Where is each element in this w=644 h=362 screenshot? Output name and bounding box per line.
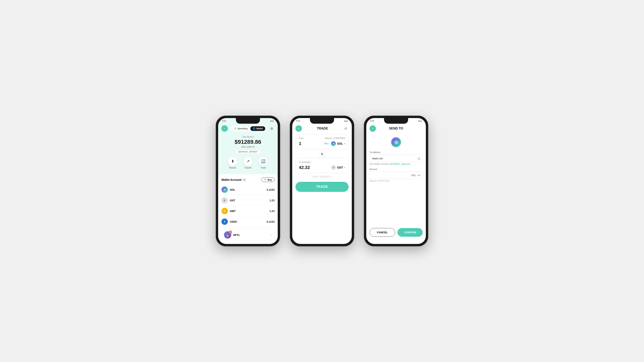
sol-token-icon: ◎ xyxy=(222,186,228,193)
resolve-text: This handle resolves to BiT4HsFs...p6uzy… xyxy=(370,163,422,165)
resolve-address: BiT4HsFs...p6uzyzar xyxy=(391,163,410,165)
time-3: 9:41 xyxy=(370,120,374,122)
gst-token-name: GST xyxy=(230,199,268,202)
screenshots-container: 9:41 ●●● ‹ 🏃 Spending 🌐 Wallet ⚙ xyxy=(208,108,436,254)
phone-wallet: 9:41 ●●● ‹ 🏃 Spending 🌐 Wallet ⚙ xyxy=(216,116,280,246)
to-token-selector[interactable]: G GST ▾ xyxy=(331,165,345,170)
sendto-body: ◎ To Address ⊡ This handle resolves to B… xyxy=(366,134,426,184)
sol-logo: ◎ xyxy=(390,137,402,148)
time-1: 9:41 xyxy=(222,120,226,122)
balance-section: Total balance $91289.86 SOL:1234.13 5pFo… xyxy=(218,134,278,174)
action-buttons: ⬇ Receive ↗ Transfer 🔄 Trade xyxy=(222,157,274,169)
receive-button[interactable]: ⬇ Receive xyxy=(228,157,237,169)
phone-wallet-screen: 9:41 ●●● ‹ 🏃 Spending 🌐 Wallet ⚙ xyxy=(218,118,278,244)
signal-1: ●●● xyxy=(270,120,274,122)
all-button[interactable]: All xyxy=(418,174,420,177)
sol-token-balance: 3.1234 xyxy=(266,188,274,191)
trade-body: From Balance: 2.000970000 1 MAX ◎ SOL ▾ xyxy=(292,134,352,178)
wallet-account-header: Wallet Account ? 💎 Buy xyxy=(222,177,274,182)
to-card-row: 42.32 G GST ▾ xyxy=(299,165,345,170)
swap-icon-container: ⇅ xyxy=(296,151,348,157)
usdc-token-name: USDC xyxy=(230,220,264,223)
token-row-gst[interactable]: G GST 1.23 xyxy=(222,195,274,206)
trade-header: ‹ TRADE ↺ xyxy=(292,124,352,134)
from-card-row: 1 MAX ◎ SOL ▾ xyxy=(299,141,345,146)
tab-group: 🏃 Spending 🌐 Wallet xyxy=(231,126,266,131)
phone-sendto: 9:41 ●●● ‹ SEND TO ◎ To Address ⊡ xyxy=(364,116,428,246)
trade-icon: 🔄 xyxy=(258,157,268,166)
from-token-selector[interactable]: MAX ◎ SOL ▾ xyxy=(324,141,345,146)
to-address-input-wrapper: ⊡ xyxy=(370,155,422,162)
nft-row[interactable]: 🏅 2 NFTs › xyxy=(222,229,274,241)
nft-chevron-icon: › xyxy=(271,233,272,237)
nft-count: 2 xyxy=(229,231,232,234)
spending-icon: 🏃 xyxy=(234,127,237,130)
scan-qr-icon[interactable]: ⊡ xyxy=(418,156,420,160)
settings-icon[interactable]: ⚙ xyxy=(269,126,274,131)
phone-trade: 9:41 ●●● ‹ TRADE ↺ From Balance: 2.00097… xyxy=(290,116,354,246)
phone-sendto-screen: 9:41 ●●● ‹ SEND TO ◎ To Address ⊡ xyxy=(366,118,426,244)
wallet-account-title: Wallet Account ? xyxy=(222,178,246,181)
token-list: ◎ SOL 3.1234 G GST 1.23 G GMT 1.23 xyxy=(222,184,274,227)
trade-button[interactable]: 🔄 Trade xyxy=(258,157,268,169)
buy-button[interactable]: 💎 Buy xyxy=(262,177,274,182)
notch-2 xyxy=(310,118,334,124)
to-gst-icon: G xyxy=(331,165,336,170)
to-token-name: GST xyxy=(337,166,343,169)
from-card-label: From Balance: 2.000970000 xyxy=(299,137,345,139)
sol-balance: SOL:1234.13 xyxy=(222,146,274,148)
amount-suffix: SOL All xyxy=(411,174,420,177)
gmt-token-balance: 1.23 xyxy=(270,210,274,213)
gmt-token-icon: G xyxy=(222,208,228,214)
token-row-usdc[interactable]: $ USDC 5.1234 xyxy=(222,216,274,227)
rate-info: 1 SOL = 42.32 GST ≈ xyxy=(296,176,348,178)
total-balance-label: Total balance xyxy=(222,136,274,138)
trade-label: Trade xyxy=(260,167,266,169)
trade-title: TRADE xyxy=(317,127,328,130)
trade-action-button[interactable]: TRADE xyxy=(296,182,348,192)
tab-wallet[interactable]: 🌐 Wallet xyxy=(250,126,265,131)
wallet-header: ‹ 🏃 Spending 🌐 Wallet ⚙ xyxy=(218,124,278,134)
sol-token-name: SOL xyxy=(230,188,264,191)
to-card-label: To (Estimate) xyxy=(299,161,345,163)
swap-icon[interactable]: ⇅ xyxy=(319,151,325,157)
back-button-1[interactable]: ‹ xyxy=(222,125,228,132)
balance-available: Balance: 0.09472 SOL xyxy=(370,180,422,182)
wallet-icon: 🌐 xyxy=(253,127,256,130)
back-button-2[interactable]: ‹ xyxy=(296,125,302,132)
cancel-button[interactable]: CANCEL xyxy=(370,228,395,237)
signal-2: ●●● xyxy=(344,120,348,122)
transfer-icon: ↗ xyxy=(243,157,252,166)
from-amount: 1 xyxy=(299,141,301,146)
info-icon: ≈ xyxy=(331,176,332,178)
refresh-icon[interactable]: ↺ xyxy=(343,126,348,131)
to-card: To (Estimate) 42.32 G GST ▾ xyxy=(296,158,348,173)
notch-1 xyxy=(236,118,260,124)
sol-suffix-label: SOL xyxy=(411,174,416,177)
transfer-button[interactable]: ↗ Transfer xyxy=(243,157,252,169)
gst-token-balance: 1.23 xyxy=(270,199,274,202)
amount-input-wrapper: SOL All xyxy=(370,172,422,179)
confirm-button[interactable]: CONFIRM xyxy=(398,228,422,237)
gst-token-icon: G xyxy=(222,197,228,204)
sendto-actions: CANCEL CONFIRM xyxy=(366,225,426,240)
from-sol-icon: ◎ xyxy=(331,141,336,146)
token-row-sol[interactable]: ◎ SOL 3.1234 xyxy=(222,184,274,195)
back-button-3[interactable]: ‹ xyxy=(370,125,376,132)
help-icon[interactable]: ? xyxy=(243,178,246,181)
sendto-header: ‹ SEND TO xyxy=(366,124,426,134)
from-card: From Balance: 2.000970000 1 MAX ◎ SOL ▾ xyxy=(296,134,348,149)
to-address-input[interactable] xyxy=(370,155,422,162)
wallet-address[interactable]: 5pFo4xvA...GPoWuY xyxy=(236,150,260,154)
tab-spending[interactable]: 🏃 Spending xyxy=(232,126,250,131)
phone-trade-screen: 9:41 ●●● ‹ TRADE ↺ From Balance: 2.00097… xyxy=(292,118,352,244)
to-token-chevron-icon: ▾ xyxy=(344,167,345,169)
max-button[interactable]: MAX xyxy=(324,143,329,145)
token-row-gmt[interactable]: G GMT 1.23 xyxy=(222,206,274,216)
wallet-body: Wallet Account ? 💎 Buy ◎ SOL 3.1234 xyxy=(218,174,278,244)
from-token-name: SOL xyxy=(337,142,343,145)
notch-3 xyxy=(384,118,408,124)
receive-label: Receive xyxy=(229,167,236,169)
signal-3: ●●● xyxy=(418,120,422,122)
from-token-chevron-icon: ▾ xyxy=(344,143,345,145)
